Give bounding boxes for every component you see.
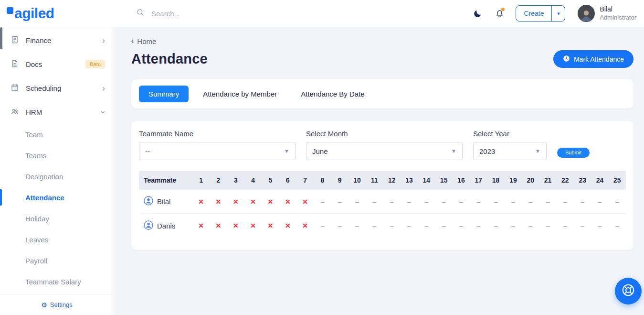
- empty-mark: –: [348, 198, 366, 206]
- sidebar-item-docs[interactable]: Docs Beta: [0, 52, 114, 76]
- dark-mode-icon[interactable]: [472, 8, 483, 19]
- day-header: 25: [609, 176, 626, 184]
- empty-mark: –: [470, 222, 487, 229]
- tab-attendance-by-date[interactable]: Attendance By Date: [291, 86, 374, 102]
- sidebar-item-leaves[interactable]: Leaves: [0, 229, 114, 250]
- teammate-cell: Danis: [139, 220, 192, 231]
- sidebar-item-team[interactable]: Team: [0, 124, 114, 145]
- sidebar-item-teammate-salary[interactable]: Teammate Salary: [0, 271, 114, 292]
- absent-mark: ✕: [210, 198, 227, 206]
- global-search: [114, 8, 472, 19]
- finance-icon: [11, 35, 19, 45]
- chevron-down-icon: ›: [100, 110, 108, 113]
- settings-link[interactable]: ⚙ Settings: [0, 294, 114, 315]
- month-select[interactable]: June ▼: [306, 142, 463, 160]
- main-content: ‹ Home Attendance Mark Attendance Summar…: [114, 27, 644, 315]
- beta-badge: Beta: [85, 60, 105, 68]
- teammate-select[interactable]: -- ▼: [139, 142, 296, 160]
- attendance-card: Teammate Name -- ▼ Select Month June ▼ S…: [131, 121, 633, 250]
- sidebar-item-hrm[interactable]: HRM ›: [0, 100, 114, 124]
- day-header: 22: [557, 176, 574, 184]
- sidebar-item-payroll[interactable]: Payroll: [0, 250, 114, 271]
- attendance-table: Teammate 1234567891011121314151617181920…: [139, 171, 626, 238]
- empty-mark: –: [418, 222, 435, 229]
- submit-button[interactable]: Submit: [557, 148, 590, 158]
- absent-mark: ✕: [262, 198, 279, 206]
- empty-mark: –: [487, 222, 504, 229]
- topbar: agiled Create ▾ Bilal Administrator: [0, 0, 644, 27]
- teammate-name: Danis: [157, 222, 175, 230]
- sidebar-subitem-label: Holiday: [25, 215, 49, 223]
- settings-label: Settings: [50, 301, 73, 308]
- empty-mark: –: [539, 222, 556, 229]
- user-menu[interactable]: Bilal Administrator: [578, 5, 636, 22]
- absent-mark: ✕: [227, 198, 244, 206]
- notifications-bell-icon[interactable]: [494, 8, 505, 19]
- day-header: 15: [435, 176, 452, 184]
- table-row: Bilal✕✕✕✕✕✕✕––––––––––––––––––: [139, 190, 626, 214]
- day-header: 10: [348, 176, 366, 184]
- chevron-down-icon: ▼: [535, 148, 540, 154]
- empty-mark: –: [348, 222, 366, 229]
- sidebar-item-attendance[interactable]: Attendance: [0, 187, 114, 208]
- tab-attendance-by-member[interactable]: Attendance by Member: [193, 86, 286, 102]
- logo-mark-icon: [7, 7, 13, 14]
- year-select[interactable]: 2023 ▼: [473, 142, 547, 160]
- empty-mark: –: [331, 222, 348, 229]
- create-dropdown-toggle[interactable]: ▾: [551, 6, 565, 21]
- help-button[interactable]: [615, 278, 642, 304]
- day-header: 17: [470, 176, 487, 184]
- sidebar-item-scheduling[interactable]: Scheduling ›: [0, 76, 114, 100]
- create-button[interactable]: Create: [516, 6, 551, 21]
- absent-mark: ✕: [192, 198, 210, 206]
- empty-mark: –: [383, 222, 401, 229]
- empty-mark: –: [557, 222, 574, 229]
- absent-mark: ✕: [296, 222, 314, 229]
- scheduling-icon: [11, 83, 19, 93]
- teammate-cell: Bilal: [139, 196, 192, 207]
- empty-mark: –: [435, 198, 452, 206]
- empty-mark: –: [609, 198, 626, 206]
- day-header: 12: [383, 176, 401, 184]
- day-header: 6: [279, 176, 296, 184]
- page-title: Attendance: [131, 51, 208, 67]
- sidebar-item-designation[interactable]: Designation: [0, 166, 114, 187]
- empty-mark: –: [609, 222, 626, 229]
- search-input[interactable]: [151, 10, 295, 18]
- empty-mark: –: [522, 222, 539, 229]
- chevron-right-icon: ›: [102, 36, 105, 44]
- mark-attendance-button[interactable]: Mark Attendance: [553, 50, 633, 68]
- empty-mark: –: [505, 222, 522, 229]
- empty-mark: –: [418, 198, 435, 206]
- sidebar-item-holiday[interactable]: Holiday: [0, 208, 114, 229]
- absent-mark: ✕: [279, 222, 296, 229]
- tabs-bar: Summary Attendance by Member Attendance …: [131, 79, 633, 109]
- chevron-down-icon: ▼: [284, 148, 289, 154]
- logo[interactable]: agiled: [0, 5, 114, 22]
- topbar-actions: Create ▾ Bilal Administrator: [472, 5, 644, 22]
- month-select-value: June: [312, 147, 328, 155]
- day-header: 8: [314, 176, 331, 184]
- empty-mark: –: [470, 198, 487, 206]
- empty-mark: –: [366, 198, 383, 206]
- day-header: 11: [366, 176, 383, 184]
- day-header: 5: [262, 176, 279, 184]
- empty-mark: –: [522, 198, 539, 206]
- absent-mark: ✕: [244, 198, 262, 206]
- select-month-label: Select Month: [306, 130, 463, 138]
- empty-mark: –: [314, 222, 331, 229]
- sidebar-item-teams[interactable]: Teams: [0, 145, 114, 166]
- chevron-down-icon: ▼: [451, 148, 456, 154]
- day-header: 2: [210, 176, 227, 184]
- sidebar-subitem-label: Leaves: [25, 236, 48, 244]
- absent-mark: ✕: [262, 222, 279, 229]
- empty-mark: –: [591, 222, 608, 229]
- sidebar-item-finance[interactable]: Finance ›: [0, 28, 114, 52]
- notification-dot: [501, 8, 505, 11]
- tab-summary[interactable]: Summary: [139, 86, 189, 102]
- filters-row: Teammate Name -- ▼ Select Month June ▼ S…: [139, 130, 626, 160]
- breadcrumb-home[interactable]: Home: [137, 37, 156, 45]
- breadcrumb[interactable]: ‹ Home: [131, 37, 633, 45]
- attendance-rows: Bilal✕✕✕✕✕✕✕––––––––––––––––––Danis✕✕✕✕✕…: [139, 190, 626, 238]
- sidebar-scrollbar[interactable]: [0, 27, 2, 49]
